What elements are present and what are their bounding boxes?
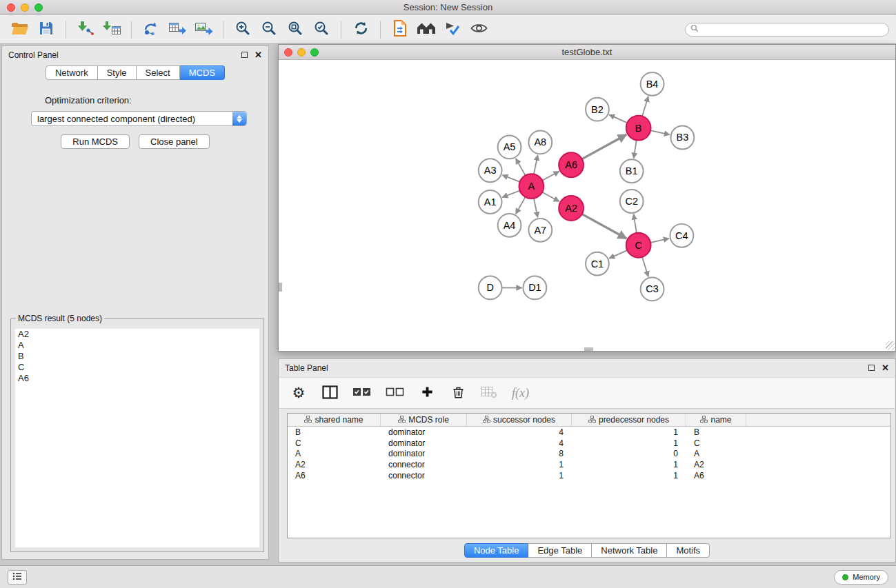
- tab-select[interactable]: Select: [137, 65, 180, 80]
- graph-node-B4[interactable]: B4: [641, 72, 664, 96]
- tab-mcds[interactable]: MCDS: [180, 65, 225, 80]
- graph-edge-A-A7[interactable]: [534, 198, 538, 218]
- graph-node-A7[interactable]: A7: [528, 219, 552, 242]
- mcds-result-list[interactable]: A2ABCA6: [15, 329, 259, 547]
- column-header-MCDS-role[interactable]: MCDS role: [381, 414, 467, 426]
- graph-edge-A-A3[interactable]: [502, 175, 520, 182]
- function-builder-button[interactable]: f(x): [512, 384, 529, 402]
- graph-node-A2[interactable]: A2: [559, 196, 584, 221]
- open-file-button[interactable]: [7, 19, 33, 41]
- run-mcds-button[interactable]: Run MCDS: [61, 134, 130, 149]
- select-check-button[interactable]: [439, 19, 466, 41]
- graph-edge-A2-C[interactable]: [581, 214, 626, 239]
- graph-node-B1[interactable]: B1: [620, 159, 644, 183]
- table-float-panel-icon[interactable]: [868, 365, 875, 371]
- column-header-successor-nodes[interactable]: successor nodes: [467, 414, 572, 426]
- graph-node-A1[interactable]: A1: [479, 190, 502, 214]
- show-hide-eye-button[interactable]: [466, 19, 492, 41]
- table-row[interactable]: Cdominator41C: [288, 438, 890, 449]
- delete-row-button[interactable]: [450, 384, 466, 402]
- table-close-panel-icon[interactable]: ✕: [882, 365, 889, 372]
- zoom-out-button[interactable]: [256, 19, 282, 41]
- graph-edge-C-C4[interactable]: [650, 239, 669, 243]
- column-header-shared-name[interactable]: shared name: [288, 414, 381, 426]
- graph-node-B[interactable]: B: [626, 116, 651, 141]
- import-network-button[interactable]: [72, 19, 99, 41]
- export-image-button[interactable]: [190, 19, 217, 41]
- result-item[interactable]: B: [15, 351, 259, 362]
- graph-edge-A-A5[interactable]: [516, 159, 526, 176]
- graph-edge-A-A6[interactable]: [541, 172, 559, 181]
- tab-style[interactable]: Style: [98, 65, 137, 80]
- graph-edge-A6-B[interactable]: [581, 134, 626, 159]
- graph-node-A4[interactable]: A4: [498, 214, 521, 237]
- graph-node-A3[interactable]: A3: [479, 159, 502, 182]
- graph-node-A5[interactable]: A5: [498, 135, 521, 159]
- export-table-button[interactable]: [164, 19, 190, 41]
- result-item[interactable]: A6: [15, 373, 259, 384]
- graph-node-A[interactable]: A: [519, 174, 544, 199]
- scroll-indicator-bottom[interactable]: [584, 347, 593, 351]
- graph-edge-C-C2[interactable]: [634, 214, 637, 234]
- graph-node-B2[interactable]: B2: [586, 98, 609, 121]
- scroll-indicator-left[interactable]: [279, 283, 282, 292]
- deselect-all-button[interactable]: [386, 384, 404, 402]
- graph-edge-B-B4[interactable]: [642, 97, 648, 117]
- graph-node-D1[interactable]: D1: [523, 276, 546, 300]
- table-tab-edge-table[interactable]: Edge Table: [528, 543, 592, 558]
- search-input[interactable]: [685, 23, 889, 37]
- tab-network[interactable]: Network: [46, 65, 98, 80]
- network-close-button[interactable]: [284, 48, 292, 57]
- criterion-dropdown[interactable]: largest connected component (directed): [31, 111, 247, 126]
- graph-node-B3[interactable]: B3: [670, 126, 694, 150]
- column-visibility-button[interactable]: [321, 384, 338, 402]
- memory-button[interactable]: Memory: [834, 570, 888, 585]
- close-panel-icon[interactable]: ✕: [255, 52, 262, 59]
- table-row[interactable]: A6connector11A6: [288, 470, 890, 481]
- table-tab-motifs[interactable]: Motifs: [667, 543, 710, 558]
- column-header-name[interactable]: name: [686, 414, 746, 426]
- graph-node-D[interactable]: D: [479, 276, 502, 300]
- first-neighbors-button[interactable]: [413, 19, 439, 41]
- add-row-button[interactable]: [419, 384, 435, 402]
- zoom-fit-button[interactable]: [282, 19, 308, 41]
- settings-gear-button[interactable]: ⚙: [290, 384, 307, 402]
- graph-edge-C-C3[interactable]: [642, 256, 648, 277]
- network-minimize-button[interactable]: [297, 48, 306, 57]
- graph-edge-A-A2[interactable]: [541, 192, 559, 201]
- graph-node-C3[interactable]: C3: [641, 278, 664, 301]
- panel-menu-button[interactable]: [8, 570, 27, 585]
- resize-grip-icon[interactable]: [886, 341, 895, 350]
- layout-document-button[interactable]: [387, 19, 413, 41]
- table-tab-node-table[interactable]: Node Table: [464, 543, 529, 558]
- graph-node-C2[interactable]: C2: [620, 190, 644, 213]
- network-graph[interactable]: A A6 A2 B C A1 A3 A4 A5 A7 A8 B1 B2: [279, 61, 895, 350]
- select-all-button[interactable]: [352, 384, 371, 402]
- result-item[interactable]: C: [15, 362, 259, 373]
- zoom-selected-button[interactable]: [308, 19, 335, 41]
- graph-node-C[interactable]: C: [626, 233, 651, 258]
- result-item[interactable]: A: [15, 340, 259, 351]
- result-item[interactable]: A2: [15, 329, 259, 340]
- table-tab-network-table[interactable]: Network Table: [592, 543, 667, 558]
- graph-node-C4[interactable]: C4: [670, 224, 693, 247]
- graph-node-A6[interactable]: A6: [559, 152, 584, 177]
- zoom-in-button[interactable]: [230, 19, 256, 41]
- fullscreen-window-button[interactable]: [34, 3, 43, 12]
- graph-canvas[interactable]: A A6 A2 B C A1 A3 A4 A5 A7 A8 B1 B2: [279, 61, 895, 350]
- graph-edge-B-B2[interactable]: [609, 114, 628, 123]
- graph-edge-A-A8[interactable]: [534, 155, 538, 175]
- network-zoom-button[interactable]: [310, 48, 319, 57]
- graph-edge-A-A4[interactable]: [516, 196, 526, 214]
- minimize-window-button[interactable]: [21, 3, 29, 12]
- graph-edge-A-A1[interactable]: [502, 190, 520, 197]
- graph-node-C1[interactable]: C1: [586, 252, 609, 276]
- export-network-button[interactable]: [138, 19, 164, 41]
- save-session-button[interactable]: [33, 19, 59, 41]
- network-window-titlebar[interactable]: testGlobe.txt: [279, 45, 895, 60]
- refresh-button[interactable]: [348, 19, 374, 41]
- graph-edge-B-B3[interactable]: [650, 130, 670, 134]
- table-row[interactable]: A2connector11A2: [288, 459, 890, 470]
- table-row[interactable]: Adominator80A: [288, 449, 890, 460]
- close-panel-button[interactable]: Close panel: [139, 134, 210, 149]
